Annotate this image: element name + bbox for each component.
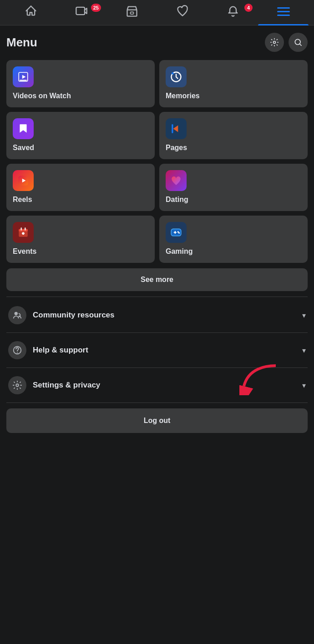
reels-label: Reels xyxy=(13,196,148,204)
nav-menu[interactable] xyxy=(258,0,309,25)
menu-card-saved[interactable]: Saved xyxy=(6,112,155,159)
menu-card-gaming[interactable]: Gaming xyxy=(159,216,308,263)
help-chevron-icon: ▾ xyxy=(302,346,306,355)
menu-card-events[interactable]: Events xyxy=(6,216,155,263)
page-title: Menu xyxy=(6,35,37,50)
memories-icon xyxy=(166,66,187,87)
notifications-badge: 4 xyxy=(244,4,253,12)
svg-rect-5 xyxy=(277,15,290,16)
logout-button[interactable]: Log out xyxy=(6,408,308,433)
help-support-label: Help & support xyxy=(33,346,296,355)
gaming-label: Gaming xyxy=(166,247,301,256)
bell-icon xyxy=(227,5,239,20)
settings-privacy-row[interactable]: Settings & privacy ▾ xyxy=(6,368,308,403)
nav-video[interactable]: 25 xyxy=(56,0,106,25)
menu-card-reels[interactable]: Reels xyxy=(6,164,155,211)
svg-rect-0 xyxy=(76,7,85,15)
saved-icon xyxy=(13,118,34,139)
pages-label: Pages xyxy=(166,144,301,152)
svg-rect-16 xyxy=(19,229,28,231)
svg-point-26 xyxy=(17,352,18,353)
reels-icon xyxy=(13,170,34,191)
svg-point-27 xyxy=(16,384,19,387)
svg-marker-8 xyxy=(22,75,26,79)
menu-card-memories[interactable]: Memories xyxy=(159,60,308,107)
events-icon xyxy=(13,222,34,243)
community-resources-label: Community resources xyxy=(33,311,296,320)
see-more-button[interactable]: See more xyxy=(6,268,308,291)
main-content: Menu xyxy=(0,25,314,440)
nav-heart[interactable] xyxy=(157,0,208,25)
menu-icon xyxy=(277,5,290,20)
menu-card-videos-on-watch[interactable]: Videos on Watch xyxy=(6,60,155,107)
store-icon xyxy=(126,5,138,20)
help-support-row[interactable]: Help & support ▾ xyxy=(6,333,308,368)
settings-gear-icon xyxy=(8,376,26,394)
svg-rect-3 xyxy=(277,7,290,9)
menu-card-pages[interactable]: Pages xyxy=(159,112,308,159)
events-label: Events xyxy=(13,247,148,256)
dating-icon xyxy=(166,170,187,191)
svg-rect-1 xyxy=(127,10,137,16)
community-resources-row[interactable]: Community resources ▾ xyxy=(6,298,308,333)
svg-point-6 xyxy=(273,41,276,44)
nav-store[interactable] xyxy=(106,0,157,25)
svg-rect-2 xyxy=(130,12,133,14)
videos-on-watch-icon xyxy=(13,66,34,87)
page-header: Menu xyxy=(6,33,308,52)
community-chevron-icon: ▾ xyxy=(302,311,306,320)
saved-label: Saved xyxy=(13,144,148,152)
nav-notifications[interactable]: 4 xyxy=(208,0,258,25)
svg-rect-4 xyxy=(277,11,290,12)
settings-row-container: Settings & privacy ▾ xyxy=(6,368,308,403)
svg-point-24 xyxy=(178,232,180,233)
gaming-icon xyxy=(166,222,187,243)
menu-card-dating[interactable]: Dating xyxy=(159,164,308,211)
home-icon xyxy=(25,5,37,20)
help-icon xyxy=(8,341,26,359)
settings-button[interactable] xyxy=(265,33,284,52)
menu-grid: Videos on Watch Memories Saved xyxy=(6,60,308,263)
memories-label: Memories xyxy=(166,92,301,100)
top-navigation: 25 4 xyxy=(0,0,314,25)
dating-label: Dating xyxy=(166,196,301,204)
settings-privacy-label: Settings & privacy xyxy=(33,381,296,390)
header-icons xyxy=(265,33,308,52)
svg-point-11 xyxy=(172,72,174,75)
videos-on-watch-label: Videos on Watch xyxy=(13,92,148,100)
divider-1 xyxy=(6,297,308,297)
video-badge: 25 xyxy=(91,4,101,12)
nav-home[interactable] xyxy=(5,0,56,25)
search-button[interactable] xyxy=(289,33,308,52)
heart-icon xyxy=(176,5,189,20)
svg-rect-12 xyxy=(172,124,173,133)
pages-icon xyxy=(166,118,187,139)
svg-point-20 xyxy=(22,232,24,234)
video-icon xyxy=(75,5,88,20)
settings-chevron-icon: ▾ xyxy=(302,381,306,390)
community-icon xyxy=(8,306,26,324)
